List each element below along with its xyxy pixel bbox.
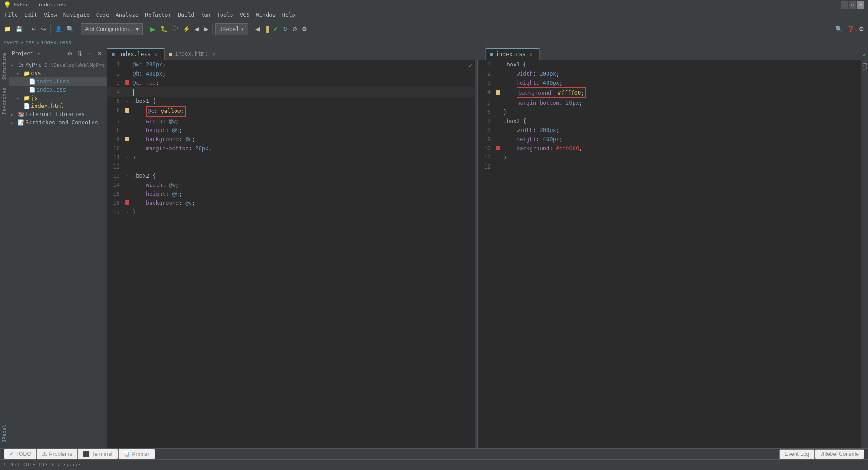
debug-button[interactable]: 🐛 (159, 24, 170, 34)
tab-problems[interactable]: ⚠ Problems (36, 449, 78, 459)
tree-label-extlib: External Libraries (26, 111, 85, 118)
menu-window[interactable]: Window (253, 11, 278, 19)
tree-item-indexhtml[interactable]: 📄 index.html (9, 102, 107, 110)
sidebar-gear[interactable]: ⚙ (66, 50, 74, 58)
toolbar-extra2[interactable]: ✔ (271, 24, 280, 34)
tree-item-scratches[interactable]: ▸ 📝 Scratches and Consoles (9, 118, 107, 127)
redo-button[interactable]: ↪ (39, 24, 48, 34)
vertical-tabs-left: Structure Favorites JRebel (0, 47, 9, 448)
line-gutter-6 (124, 106, 131, 117)
maximize-button[interactable]: □ (849, 1, 856, 9)
vtab-favorites[interactable]: Favorites (0, 84, 8, 118)
database-icon[interactable]: DB (860, 62, 868, 72)
project-icon: 🗂 (17, 62, 25, 68)
event-log-tab[interactable]: Event Log (779, 449, 815, 459)
line-gutter-14 (124, 180, 131, 189)
title-bar-title: MyPro – index.less (14, 2, 68, 8)
r-line-gutter-7 (494, 117, 501, 126)
toolbar-extra5[interactable]: ⚙ (300, 24, 309, 34)
tab-html-close[interactable]: ✕ (211, 51, 217, 57)
vtab-structure[interactable]: Structure (0, 49, 8, 84)
profile-button[interactable]: ⚡ (181, 24, 192, 34)
sidebar-collapse[interactable]: − (86, 50, 94, 58)
menu-vcs[interactable]: VCS (237, 11, 253, 19)
toolbar-icon1[interactable]: 📁 (2, 24, 13, 34)
menu-tools[interactable]: Tools (214, 11, 236, 19)
menu-file[interactable]: File (2, 11, 21, 19)
jrebel-dropdown[interactable]: JRebel ▾ (215, 23, 248, 35)
minimize-button[interactable]: – (841, 1, 848, 9)
nav-file[interactable]: index.less (41, 40, 71, 46)
sidebar-sort[interactable]: ⇅ (76, 50, 84, 58)
back-button[interactable]: ◀ (193, 24, 201, 34)
toolbar-extra4[interactable]: ⊘ (290, 24, 299, 34)
main-tab-bar: ■ index.less ✕ ■ index.html ✕ ■ index.cs… (107, 47, 868, 60)
line-num-10: 10 (107, 144, 124, 153)
tab-css-close[interactable]: ✕ (528, 51, 535, 57)
forward-button[interactable]: ▶ (202, 24, 210, 34)
search-everywhere-button[interactable]: 🔍 (65, 24, 76, 34)
menu-build[interactable]: Build (175, 11, 197, 19)
tree-item-js[interactable]: ▸ 📁 js (9, 94, 107, 102)
toolbar-icon2[interactable]: 💾 (14, 24, 25, 34)
undo-button[interactable]: ↩ (30, 24, 38, 34)
menu-code[interactable]: Code (93, 11, 112, 19)
tab-less-close[interactable]: ✕ (153, 51, 160, 57)
menu-refactor[interactable]: Refactor (142, 11, 174, 19)
r-line-code-3: height: 400px; (501, 78, 861, 87)
jrebel-back-btn[interactable]: ◀ (253, 24, 262, 34)
main-content: Structure Favorites JRebel Project ▾ ⚙ ⇅… (0, 47, 868, 448)
menu-run[interactable]: Run (198, 11, 213, 19)
r-highlight-4: background: #ffff00; (517, 87, 586, 98)
tree-item-indexless[interactable]: 📄 index.less (9, 77, 107, 86)
left-code-area[interactable]: 1 @w: 200px; 2 @h: 400px; (107, 60, 475, 448)
table-row: 5 margin-bottom: 20px; (478, 98, 861, 107)
menu-edit[interactable]: Edit (21, 11, 40, 19)
help-icon-btn[interactable]: ❓ (845, 24, 856, 34)
table-row: 1 @w: 200px; (107, 60, 475, 69)
tab-indexcss[interactable]: ■ index.css ✕ (486, 48, 540, 60)
user-button[interactable]: 👤 (53, 24, 64, 34)
menu-analyze[interactable]: Analyze (113, 11, 141, 19)
sidebar-dropdown-icon[interactable]: ▾ (37, 51, 40, 56)
line-num-12: 12 (107, 162, 124, 171)
left-code-table: 1 @w: 200px; 2 @h: 400px; (107, 60, 475, 217)
status-eol[interactable]: CRLF (23, 462, 36, 468)
status-encoding[interactable]: UTF-8 (39, 462, 54, 468)
search-button[interactable]: 🔍 (833, 24, 844, 34)
r-line-code-2: width: 200px; (501, 69, 861, 78)
line-num-4: 4 (107, 87, 124, 97)
tree-item-indexcss[interactable]: 📄 index.css (9, 86, 107, 94)
tree-item-extlib[interactable]: ▸ 📚 External Libraries (9, 110, 107, 118)
status-indent[interactable]: 2 spaces (58, 462, 82, 468)
tab-indexhtml[interactable]: ■ index.html ✕ (165, 48, 222, 60)
coverage-button[interactable]: 🛡 (170, 24, 180, 34)
sidebar-close[interactable]: ✕ (96, 50, 104, 58)
close-button[interactable]: ✕ (857, 1, 864, 9)
right-tab-bar: ■ index.css ✕ ✔ (485, 47, 868, 60)
menu-view[interactable]: View (41, 11, 60, 19)
tree-item-mypro[interactable]: ▾ 🗂 MyPro D:\Develop\Web\MyPro (9, 61, 107, 69)
table-row: 10 margin-bottom: 20px; (107, 144, 475, 153)
tab-profiler[interactable]: 📊 Profiler (118, 449, 155, 459)
r-line-gutter-4 (494, 87, 501, 98)
run-button[interactable]: ▶ (148, 24, 158, 34)
r-line-num-7: 7 (478, 117, 494, 126)
add-configuration-button[interactable]: Add Configuration… ▾ (81, 23, 143, 35)
nav-css[interactable]: css (26, 40, 35, 46)
status-position[interactable]: 4:1 (10, 462, 20, 468)
menu-help[interactable]: Help (279, 11, 298, 19)
toolbar-extra3[interactable]: ↻ (281, 24, 289, 34)
tab-terminal[interactable]: ⬛ Terminal (78, 449, 118, 459)
tab-indexless[interactable]: ■ index.less ✕ (107, 48, 165, 60)
nav-project[interactable]: MyPro (4, 40, 19, 46)
r-warning-dot-4 (496, 90, 500, 95)
tree-item-css[interactable]: ▾ 📁 css (9, 69, 107, 77)
menu-navigate[interactable]: Navigate (61, 11, 93, 19)
tab-todo[interactable]: ✔ TODO (4, 449, 36, 459)
jrebel-console-tab[interactable]: JRebel Console (815, 449, 864, 459)
vtab-jrebel[interactable]: JRebel (0, 421, 8, 446)
settings-button[interactable]: ⚙ (857, 24, 866, 34)
toolbar-extra1[interactable]: ▐ (263, 24, 270, 34)
right-code-area[interactable]: 1 .box1 { 2 width: 200px; (478, 60, 861, 448)
